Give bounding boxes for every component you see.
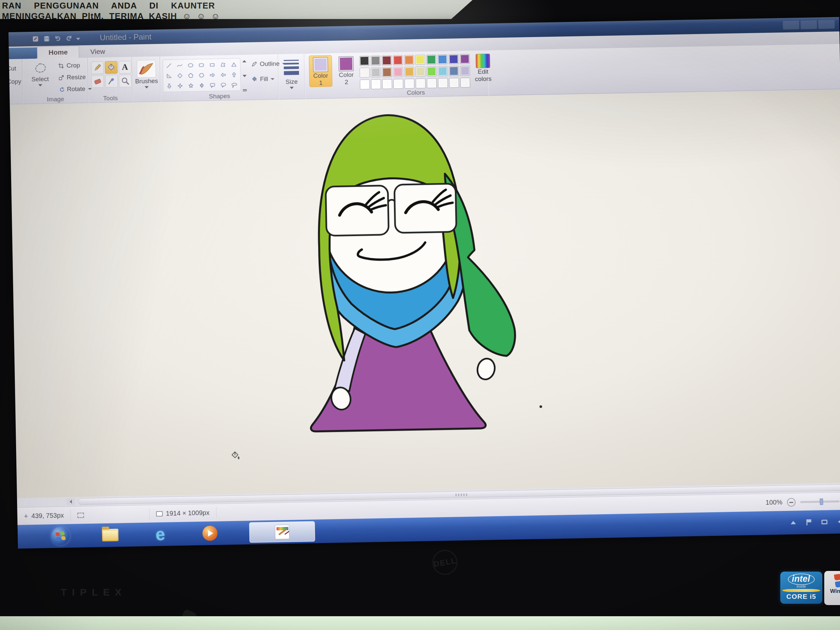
palette-swatch[interactable] bbox=[460, 54, 470, 64]
select-label: Select bbox=[32, 76, 49, 83]
shape-polygon-icon[interactable] bbox=[218, 60, 228, 69]
shape-right-triangle-icon[interactable] bbox=[164, 71, 174, 81]
minimize-button[interactable] bbox=[783, 21, 799, 30]
shape-right-arrow-icon[interactable] bbox=[207, 70, 217, 80]
palette-swatch[interactable] bbox=[371, 55, 381, 66]
taskbar-internet-explorer-icon[interactable]: e bbox=[151, 525, 169, 543]
color1-button[interactable]: Color 1 bbox=[309, 55, 332, 87]
shape-hexagon-icon[interactable] bbox=[197, 70, 206, 80]
palette-swatch[interactable] bbox=[415, 55, 425, 65]
pencil-tool[interactable] bbox=[91, 62, 104, 74]
redo-icon[interactable] bbox=[65, 35, 73, 42]
palette-empty-slot[interactable] bbox=[360, 79, 370, 90]
shape-oval-icon[interactable] bbox=[185, 60, 195, 70]
application-menu-button[interactable] bbox=[9, 47, 38, 59]
taskbar-explorer-icon[interactable] bbox=[101, 526, 120, 544]
undo-icon[interactable] bbox=[54, 35, 62, 42]
zoom-slider-thumb[interactable] bbox=[819, 498, 823, 505]
shape-up-arrow-icon[interactable] bbox=[229, 69, 239, 79]
fill-tool[interactable] bbox=[105, 61, 117, 74]
cut-button[interactable]: Cut bbox=[8, 63, 23, 74]
tab-view[interactable]: View bbox=[79, 45, 117, 58]
taskbar-media-player-icon[interactable] bbox=[201, 524, 219, 543]
qat-caret-icon[interactable] bbox=[76, 38, 80, 40]
palette-swatch[interactable] bbox=[438, 66, 448, 76]
copy-button[interactable]: Copy bbox=[8, 76, 23, 87]
palette-empty-slot[interactable] bbox=[449, 78, 459, 88]
shapes-scrollbar bbox=[241, 58, 248, 92]
save-icon[interactable] bbox=[43, 35, 51, 43]
color2-button[interactable]: Color 2 bbox=[336, 55, 357, 86]
palette-swatch[interactable] bbox=[360, 68, 370, 78]
palette-empty-slot[interactable] bbox=[393, 79, 404, 89]
shape-five-point-star-icon[interactable] bbox=[186, 81, 196, 90]
shape-four-point-star-icon[interactable] bbox=[175, 81, 185, 90]
palette-swatch[interactable] bbox=[382, 55, 392, 66]
zoom-out-button[interactable] bbox=[787, 498, 795, 506]
shape-rounded-rectangle-icon[interactable] bbox=[196, 60, 206, 70]
shape-triangle-icon[interactable] bbox=[229, 59, 238, 69]
shape-cloud-callout-icon[interactable] bbox=[229, 80, 239, 90]
shape-diamond-icon[interactable] bbox=[175, 71, 185, 81]
zoom-slider[interactable] bbox=[800, 501, 839, 503]
palette-swatch[interactable] bbox=[359, 56, 369, 66]
palette-swatch[interactable] bbox=[393, 67, 403, 77]
size-button[interactable]: Size bbox=[281, 56, 302, 89]
eraser-tool[interactable] bbox=[91, 75, 104, 88]
palette-swatch[interactable] bbox=[382, 67, 392, 77]
tray-volume-icon[interactable] bbox=[838, 519, 840, 524]
shapes-scroll-down-icon[interactable] bbox=[243, 74, 246, 77]
palette-swatch[interactable] bbox=[371, 67, 381, 77]
tray-expand-icon[interactable] bbox=[791, 521, 796, 524]
select-button[interactable]: Select bbox=[26, 60, 54, 87]
palette-swatch[interactable] bbox=[449, 66, 459, 76]
palette-swatch[interactable] bbox=[404, 55, 414, 65]
maximize-button[interactable] bbox=[801, 21, 817, 29]
shape-six-point-star-icon[interactable] bbox=[197, 81, 207, 90]
brushes-label: Brushes bbox=[135, 77, 158, 85]
shape-rounded-callout-icon[interactable] bbox=[208, 81, 218, 90]
scroll-left-icon[interactable] bbox=[66, 498, 75, 505]
tray-action-center-icon[interactable] bbox=[806, 519, 811, 525]
palette-swatch[interactable] bbox=[426, 66, 437, 76]
shape-rectangle-icon[interactable] bbox=[207, 60, 217, 70]
palette-empty-slot[interactable] bbox=[416, 79, 426, 88]
shape-curve-icon[interactable] bbox=[175, 60, 185, 70]
shapes-more-icon[interactable] bbox=[243, 89, 247, 90]
close-button[interactable] bbox=[818, 20, 835, 29]
palette-swatch[interactable] bbox=[460, 66, 470, 76]
group-shapes: Outline Fill Shapes bbox=[160, 54, 279, 102]
intel-model-text: CORE i5 bbox=[780, 592, 822, 600]
palette-empty-slot[interactable] bbox=[404, 79, 415, 89]
palette-empty-slot[interactable] bbox=[460, 77, 471, 88]
text-tool[interactable]: A bbox=[118, 61, 131, 74]
palette-empty-slot[interactable] bbox=[382, 79, 392, 89]
shape-oval-callout-icon[interactable] bbox=[218, 80, 228, 90]
shape-left-arrow-icon[interactable] bbox=[218, 70, 228, 80]
paint-canvas[interactable] bbox=[10, 90, 840, 498]
palette-swatch[interactable] bbox=[448, 54, 459, 64]
size-caret-icon bbox=[290, 87, 294, 89]
palette-swatch[interactable] bbox=[415, 66, 426, 77]
tab-home[interactable]: Home bbox=[37, 46, 79, 58]
brushes-button[interactable]: Brushes bbox=[135, 58, 158, 88]
shapes-scroll-up-icon[interactable] bbox=[242, 60, 246, 62]
palette-swatch[interactable] bbox=[437, 54, 448, 65]
paint-app-icon[interactable] bbox=[32, 35, 39, 43]
taskbar-paint-active[interactable] bbox=[249, 521, 315, 543]
shape-pentagon-icon[interactable] bbox=[186, 71, 196, 81]
palette-empty-slot[interactable] bbox=[427, 78, 437, 88]
start-button[interactable] bbox=[51, 527, 69, 545]
palette-swatch[interactable] bbox=[393, 55, 403, 65]
palette-empty-slot[interactable] bbox=[438, 78, 448, 88]
shape-down-arrow-icon[interactable] bbox=[164, 81, 174, 91]
palette-swatch[interactable] bbox=[404, 67, 414, 77]
palette-empty-slot[interactable] bbox=[371, 79, 381, 89]
edit-colors-button[interactable]: Edit colors bbox=[473, 52, 493, 83]
shape-line-icon[interactable] bbox=[164, 61, 174, 71]
color-picker-tool[interactable] bbox=[105, 75, 118, 88]
magnifier-tool[interactable] bbox=[119, 74, 131, 87]
tray-network-icon[interactable] bbox=[821, 520, 827, 524]
cursor-position-icon: + bbox=[24, 512, 28, 520]
palette-swatch[interactable] bbox=[426, 54, 436, 65]
